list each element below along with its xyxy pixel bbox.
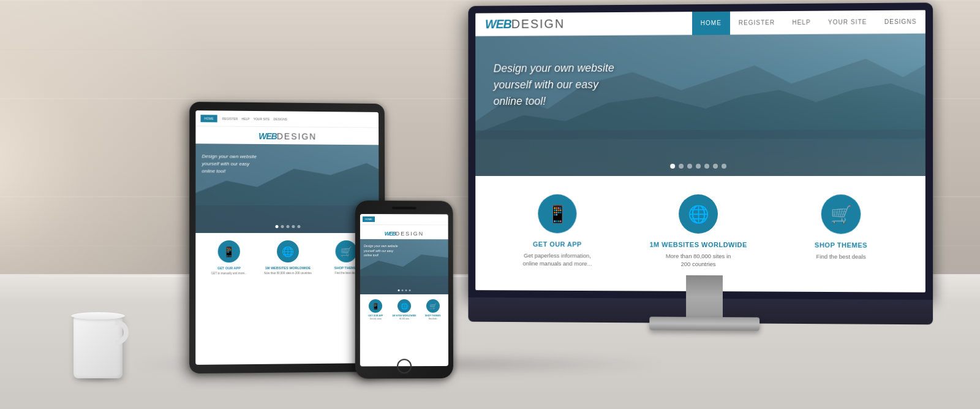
monitor: WEBDESIGN HOME REGISTER HELP YOUR SITE D… [468,2,945,350]
phone: HOME WEBDESIGN Design your own websiteyo… [355,201,453,379]
feature-worldwide-desc: More than 80,000 sites in200 countries [666,252,731,269]
hero-dot-6[interactable] [713,164,718,169]
phone-dot-4[interactable] [409,289,410,291]
nav-help[interactable]: HELP [783,10,820,34]
tablet-nav-register[interactable]: REGISTER [222,117,238,120]
hero-headline: Design your own websiteyourself with our… [494,60,614,110]
coffee-mug [67,308,129,378]
tablet-nav-your-site[interactable]: YOUR SITE [254,117,270,120]
phone-globe-icon: 🌐 [398,299,411,313]
phone-hero: Design your own websiteyourself with our… [360,239,448,294]
tablet-feature-worldwide: 🌐 1M WEBSITES WORLDWIDE Now than 80,000 … [258,240,317,275]
monitor-screen: WEBDESIGN HOME REGISTER HELP YOUR SITE D… [475,10,925,292]
phone-logo: WEBDESIGN [360,225,448,239]
tablet-dot-5[interactable] [297,225,300,228]
feature-worldwide-title: 1M WEBSITES WORLDWIDE [650,241,747,248]
tablet-feature-shop-desc: Find the best deals [335,272,358,275]
tablet-nav-designs[interactable]: DESIGNS [273,117,287,121]
tablet-hero: Design your own websiteyourself with our… [195,143,379,233]
phone-logo-web: WEB [385,231,396,237]
tablet-feature-app-desc: GET to manually and more... [211,272,247,275]
tablet-cart-icon: 🛒 [336,240,358,262]
phone-feature-app: 📱 GET OUR APP Get info online [361,299,390,321]
hero-dot-5[interactable] [704,164,709,169]
feature-get-app: 📱 GET OUR APP Get paperless information,… [488,194,628,268]
phone-dot-3[interactable] [405,289,407,291]
cart-icon: 🛒 [830,204,851,224]
tablet-feature-worldwide-desc: Now than 80,000 sites in 200 countries [264,272,311,275]
mobile-icon: 📱 [547,204,568,224]
hero-pagination-dots [670,164,726,169]
phone-feature-app-desc: Get info online [370,318,382,321]
phone-features: 📱 GET OUR APP Get info online 🌐 1M SITES… [360,294,448,326]
tablet-app-icon: 📱 [218,240,240,262]
monitor-stand-neck [686,275,723,318]
tablet-feature-app-title: GET OUR APP [217,266,241,270]
tablet-dot-4[interactable] [292,225,295,228]
nav-your-site[interactable]: YOUR SITE [820,10,876,34]
tablet-screen: HOME REGISTER HELP YOUR SITE DESIGNS WEB… [195,110,379,365]
feature-shop-title: SHOP THEMES [815,241,867,248]
tablet-nav-links: REGISTER HELP YOUR SITE DESIGNS [222,117,287,121]
tablet-nav-help[interactable]: HELP [241,117,249,120]
feature-app-title: GET OUR APP [533,240,582,248]
phone-speaker [392,207,417,209]
svg-rect-7 [195,205,379,233]
feature-shop-themes: 🛒 SHOP THEMES Find the best deals [769,194,913,269]
hero-dot-7[interactable] [722,164,726,169]
hero-dot-1[interactable] [670,164,675,169]
tablet-nav-home[interactable]: HOME [200,115,217,122]
nav-register[interactable]: REGISTER [730,11,783,35]
monitor-stand-base [649,316,760,331]
globe-icon: 🌐 [688,204,709,224]
phone-home-button[interactable] [397,359,412,373]
hero-text-block: Design your own websiteyourself with our… [494,60,614,110]
feature-app-desc: Get paperless information,online manuals… [522,251,592,268]
site-logo: WEBDESIGN [475,12,575,36]
phone-feature-shop: 🛒 SHOP THEMES Best deals [418,299,447,321]
tablet-feature-app: 📱 GET OUR APP GET to manually and more..… [199,240,258,275]
phone-dot-2[interactable] [402,289,404,291]
mug-rim [71,312,125,319]
logo-web-text: WEB [485,17,511,31]
tablet-logo-web: WEB [258,131,277,141]
phone-feature-worldwide-desc: 80,000 sites [399,318,409,321]
mug-handle [115,320,129,345]
tablet-logo-design: DESIGN [277,131,317,141]
phone-cart-icon: 🛒 [426,299,440,313]
hero-dot-2[interactable] [679,164,684,169]
tablet-dot-2[interactable] [281,225,284,228]
site-nav: WEBDESIGN HOME REGISTER HELP YOUR SITE D… [475,10,925,36]
tablet-logo: WEBDESIGN [195,126,379,145]
phone-dot-1[interactable] [398,289,400,291]
logo-design-text: DESIGN [511,17,565,31]
tablet-dot-1[interactable] [276,225,279,228]
phone-logo-design: DESIGN [396,231,424,237]
phone-feature-shop-desc: Best deals [429,318,437,321]
hero-dot-4[interactable] [696,164,701,169]
phone-outer: HOME WEBDESIGN Design your own websiteyo… [355,201,453,379]
tablet-hero-dots [276,225,301,228]
phone-feature-worldwide: 🌐 1M SITES WORLDWIDE 80,000 sites [390,299,419,321]
tablet-feature-worldwide-title: 1M WEBSITES WORLDWIDE [265,266,311,270]
tablet-globe-icon: 🌐 [277,240,299,262]
site-hero: Design your own websiteyourself with our… [475,34,925,176]
phone-nav-home[interactable]: HOME [363,216,375,222]
tablet-features: 📱 GET OUR APP GET to manually and more..… [195,233,379,283]
nav-home[interactable]: HOME [692,11,730,34]
nav-links: HOME REGISTER HELP YOUR SITE DESIGNS [692,10,925,34]
nav-designs[interactable]: DESIGNS [876,10,925,33]
scene: WEBDESIGN HOME REGISTER HELP YOUR SITE D… [0,0,980,409]
phone-nav: HOME [360,214,448,225]
tablet-dot-3[interactable] [286,225,289,228]
hero-dot-3[interactable] [687,164,692,169]
phone-hero-dots [398,289,411,291]
phone-app-icon: 📱 [369,299,382,313]
tablet-nav: HOME REGISTER HELP YOUR SITE DESIGNS [195,110,379,128]
feature-worldwide: 🌐 1M WEBSITES WORLDWIDE More than 80,000… [628,194,770,269]
feature-shop-desc: Find the best deals [816,253,865,261]
app-icon-circle: 📱 [538,194,576,234]
site-features: 📱 GET OUR APP Get paperless information,… [475,176,925,288]
phone-feature-app-title: GET OUR APP [368,315,383,317]
phone-feature-worldwide-title: 1M SITES WORLDWIDE [392,315,416,317]
